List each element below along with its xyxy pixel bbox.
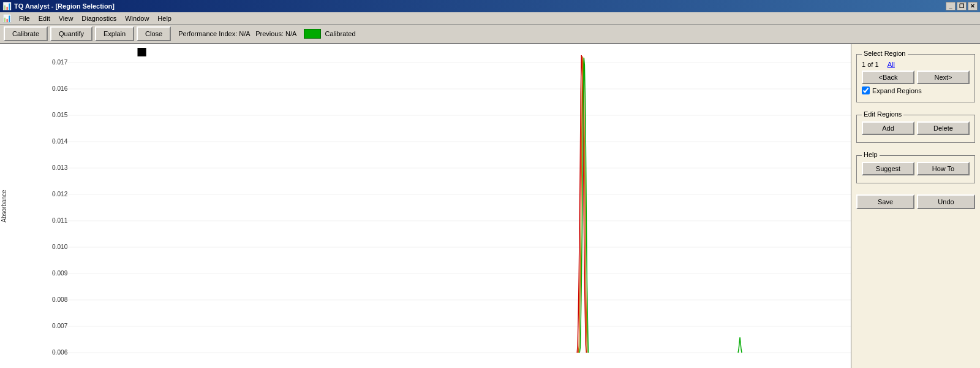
svg-text:0.009: 0.009 xyxy=(52,270,68,277)
svg-text:0.015: 0.015 xyxy=(52,112,68,118)
svg-text:0.013: 0.013 xyxy=(52,164,68,171)
svg-text:0.007: 0.007 xyxy=(52,323,68,329)
calibrated-indicator: Calibrated xyxy=(304,29,355,39)
menu-view[interactable]: View xyxy=(55,13,77,23)
svg-text:0.017: 0.017 xyxy=(52,59,68,66)
title-bar: 📊 TQ Analyst - [Region Selection] _ ❐ ✕ xyxy=(0,0,980,12)
close-button[interactable]: ✕ xyxy=(968,2,978,10)
title-text: TQ Analyst - [Region Selection] xyxy=(14,2,115,10)
expand-regions-row: Expand Regions xyxy=(862,86,970,94)
help-title: Help xyxy=(862,151,880,158)
app-icon: 📊 xyxy=(2,14,12,23)
svg-text:0.011: 0.011 xyxy=(52,217,68,224)
calibrated-label: Calibrated xyxy=(325,30,355,37)
edit-regions-title: Edit Regions xyxy=(862,110,903,118)
perf-index-label: Performance Index: N/A Previous: N/A xyxy=(173,29,301,39)
svg-text:0.010: 0.010 xyxy=(52,243,68,250)
menu-help[interactable]: Help xyxy=(154,13,175,23)
expand-regions-text: Expand Regions xyxy=(872,87,922,94)
all-link[interactable]: All xyxy=(888,61,895,68)
back-next-row: <Back Next> xyxy=(862,71,970,84)
add-button[interactable]: Add xyxy=(862,121,914,135)
svg-text:0.014: 0.014 xyxy=(52,138,68,145)
menu-bar: 📊 File Edit View Diagnostics Window Help xyxy=(0,12,980,25)
main-area: Absorbance 50 ppm 100 ppm 200 ppm xyxy=(0,44,980,368)
delete-button[interactable]: Delete xyxy=(917,121,970,135)
chart-area[interactable]: Absorbance 50 ppm 100 ppm 200 ppm xyxy=(0,44,851,368)
menu-diagnostics[interactable]: Diagnostics xyxy=(78,13,120,23)
region-counter: 1 of 1 xyxy=(862,61,879,68)
edit-regions-panel: Edit Regions Add Delete xyxy=(856,115,975,143)
svg-text:0.008: 0.008 xyxy=(52,296,68,303)
menu-window[interactable]: Window xyxy=(121,13,153,23)
calibrated-light xyxy=(304,29,321,39)
close-button[interactable]: Close xyxy=(137,26,171,41)
minimize-button[interactable]: _ xyxy=(946,2,956,10)
save-undo-row: Save Undo xyxy=(856,194,975,209)
toolbar: Calibrate Quantify Explain Close Perform… xyxy=(0,25,980,44)
save-button[interactable]: Save xyxy=(856,194,914,209)
menu-edit[interactable]: Edit xyxy=(35,13,54,23)
howto-button[interactable]: How To xyxy=(917,162,970,175)
quantify-button[interactable]: Quantify xyxy=(50,26,92,41)
help-panel: Help Suggest How To xyxy=(856,155,975,183)
select-region-panel: Select Region 1 of 1 All <Back Next> Exp… xyxy=(856,54,975,102)
suggest-button[interactable]: Suggest xyxy=(862,162,914,175)
suggest-howto-row: Suggest How To xyxy=(862,162,970,175)
expand-regions-label[interactable]: Expand Regions xyxy=(862,86,922,94)
svg-text:0.016: 0.016 xyxy=(52,85,68,92)
window-controls: _ ❐ ✕ xyxy=(946,2,978,10)
menu-file[interactable]: File xyxy=(15,13,34,23)
select-region-title: Select Region xyxy=(862,50,908,57)
svg-rect-13 xyxy=(137,48,146,56)
sidebar: Select Region 1 of 1 All <Back Next> Exp… xyxy=(851,44,980,368)
svg-text:0.006: 0.006 xyxy=(52,349,68,356)
y-axis-label: Absorbance xyxy=(1,190,7,222)
next-button[interactable]: Next> xyxy=(917,71,970,84)
expand-regions-checkbox[interactable] xyxy=(862,86,870,94)
add-delete-row: Add Delete xyxy=(862,121,970,135)
region-counter-row: 1 of 1 All xyxy=(862,61,970,68)
app-title: 📊 TQ Analyst - [Region Selection] xyxy=(2,2,115,10)
explain-button[interactable]: Explain xyxy=(95,26,134,41)
svg-rect-0 xyxy=(52,44,851,368)
back-button[interactable]: <Back xyxy=(862,71,914,84)
svg-text:0.012: 0.012 xyxy=(52,191,68,197)
calibrate-button[interactable]: Calibrate xyxy=(4,26,48,41)
restore-button[interactable]: ❐ xyxy=(957,2,967,10)
chart-svg: 0.017 0.016 0.015 0.014 0.013 0.012 0.01… xyxy=(52,44,851,368)
undo-button[interactable]: Undo xyxy=(917,194,975,209)
